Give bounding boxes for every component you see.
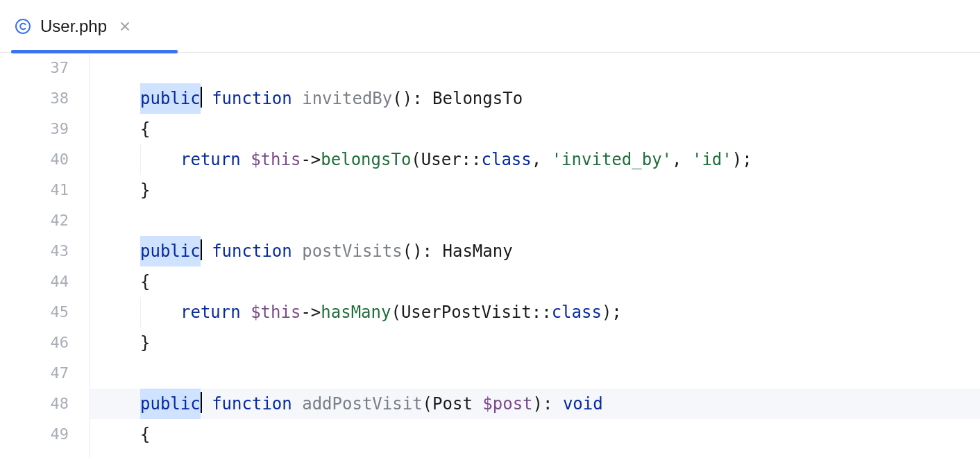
code-area[interactable]: public function invitedBy(): BelongsTo{r… xyxy=(90,53,980,458)
line-number: 44 xyxy=(0,266,90,297)
line-number: 37 xyxy=(0,53,90,83)
code-token: ( xyxy=(391,297,400,328)
code-token xyxy=(202,236,212,266)
code-token: postVisits xyxy=(302,236,403,266)
close-icon[interactable] xyxy=(118,19,132,33)
code-token xyxy=(202,83,212,114)
code-token: -> xyxy=(301,297,321,328)
code-line[interactable]: return $this->hasMany(UserPostVisit::cla… xyxy=(90,297,980,328)
line-number: 41 xyxy=(0,175,90,205)
code-token xyxy=(292,389,302,419)
indent-guide xyxy=(100,53,140,83)
code-token: -> xyxy=(301,144,321,175)
code-token: return xyxy=(180,144,241,175)
code-line[interactable]: public function addPostVisit(Post $post)… xyxy=(90,389,980,419)
indent-guide xyxy=(100,144,140,175)
line-number: 49 xyxy=(0,419,90,450)
code-line[interactable]: return $this->belongsTo(User::class, 'in… xyxy=(90,144,980,175)
code-token: , xyxy=(672,144,692,175)
code-token: return xyxy=(180,297,241,328)
code-token: UserPostVisit xyxy=(401,297,532,328)
code-token: 'id' xyxy=(692,144,732,175)
code-token xyxy=(292,83,302,114)
indent-guide xyxy=(100,419,140,450)
code-line[interactable] xyxy=(90,53,980,83)
indent-guide xyxy=(140,297,180,328)
code-token: hasMany xyxy=(321,297,391,328)
tab-user-php[interactable]: User.php xyxy=(11,0,143,53)
line-number: 42 xyxy=(0,205,90,236)
code-line[interactable]: public function invitedBy(): BelongsTo xyxy=(90,83,980,114)
code-line[interactable] xyxy=(90,205,980,236)
code-token: public xyxy=(140,236,201,266)
indent-guide xyxy=(100,297,140,328)
code-line[interactable]: { xyxy=(90,114,980,144)
code-line[interactable]: } xyxy=(90,175,980,205)
line-number: 48 xyxy=(0,389,90,419)
code-token xyxy=(202,389,212,419)
code-token: } xyxy=(140,328,150,358)
svg-point-0 xyxy=(16,19,30,33)
code-token xyxy=(473,389,482,419)
line-number: 39 xyxy=(0,114,90,144)
code-token: invitedBy xyxy=(302,83,392,114)
code-line[interactable]: public function postVisits(): HasMany xyxy=(90,236,980,266)
class-file-icon xyxy=(14,17,32,35)
code-token: BelongsTo xyxy=(432,83,523,114)
code-token: function xyxy=(212,389,292,419)
code-token xyxy=(241,297,251,328)
code-line[interactable] xyxy=(90,358,980,389)
code-token: { xyxy=(140,114,150,144)
code-token: :: xyxy=(462,144,482,175)
line-number: 47 xyxy=(0,358,90,389)
code-token: , xyxy=(532,144,552,175)
code-token: } xyxy=(140,175,150,205)
line-number: 46 xyxy=(0,328,90,358)
code-token: ( xyxy=(423,389,432,419)
code-token: addPostVisit xyxy=(302,389,422,419)
code-token: $this xyxy=(251,144,301,175)
code-token: User xyxy=(421,144,462,175)
indent-guide xyxy=(100,328,140,358)
code-token: class xyxy=(552,297,602,328)
code-token: { xyxy=(140,266,150,297)
code-token: public xyxy=(140,389,201,419)
code-token: ); xyxy=(732,144,752,175)
code-token: ): xyxy=(533,389,563,419)
indent-guide xyxy=(100,114,140,144)
code-token: HasMany xyxy=(443,236,513,266)
indent-guide xyxy=(100,266,140,297)
code-token: (): xyxy=(392,83,432,114)
code-token xyxy=(241,144,251,175)
line-number: 45 xyxy=(0,297,90,328)
line-number-gutter: 37383940414243444546474849 xyxy=(0,53,90,458)
code-token: $post xyxy=(482,389,532,419)
code-line[interactable]: { xyxy=(90,419,980,450)
code-token: ( xyxy=(411,144,421,175)
code-token: Post xyxy=(432,389,473,419)
indent-guide xyxy=(140,144,180,175)
tab-label: User.php xyxy=(40,17,107,36)
code-token: ); xyxy=(602,297,622,328)
tab-bar: User.php xyxy=(0,0,980,53)
line-number: 38 xyxy=(0,83,90,114)
code-token: function xyxy=(212,236,292,266)
indent-guide xyxy=(100,83,140,114)
code-token xyxy=(292,236,302,266)
code-editor[interactable]: 37383940414243444546474849 public functi… xyxy=(0,53,980,458)
code-token: void xyxy=(563,389,603,419)
code-line[interactable]: } xyxy=(90,328,980,358)
line-number: 43 xyxy=(0,236,90,266)
code-token: 'invited_by' xyxy=(552,144,672,175)
indent-guide xyxy=(100,236,140,266)
indent-guide xyxy=(100,175,140,205)
code-token: function xyxy=(212,83,292,114)
code-token: class xyxy=(482,144,532,175)
code-token: { xyxy=(140,419,150,450)
line-number: 40 xyxy=(0,144,90,175)
indent-guide xyxy=(100,389,140,419)
code-token: belongsTo xyxy=(321,144,411,175)
code-token: $this xyxy=(251,297,301,328)
code-line[interactable]: { xyxy=(90,266,980,297)
code-token: public xyxy=(140,83,201,114)
